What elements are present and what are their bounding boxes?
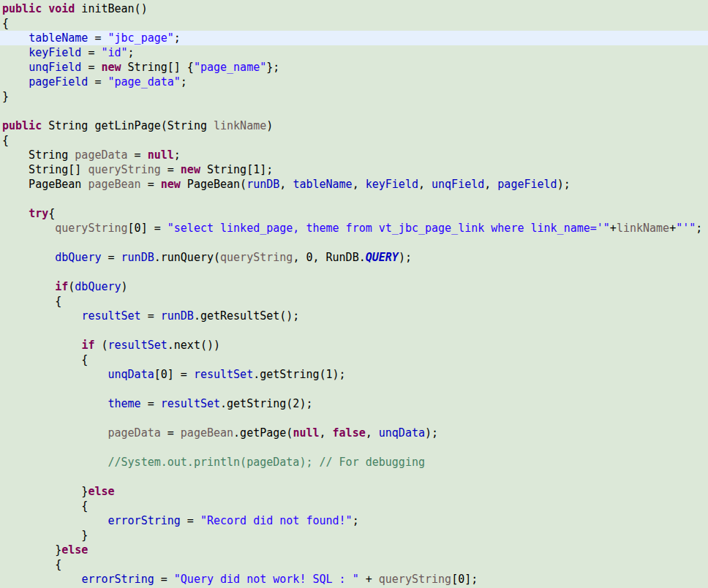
code-token-pl: String[1]; <box>200 163 273 176</box>
code-token-pl: [0]; <box>451 573 478 586</box>
code-token-field: errorString <box>81 573 154 586</box>
code-token-pl: .runQuery( <box>154 251 220 264</box>
code-token-pl: = <box>161 426 181 440</box>
code-line[interactable] <box>0 382 708 396</box>
code-token-pl: { <box>2 558 61 571</box>
code-token-pl: = <box>161 163 181 176</box>
code-token-pl: , <box>279 178 293 191</box>
code-line[interactable]: theme = resultSet.getString(2); <box>0 396 708 411</box>
code-line[interactable] <box>0 192 708 206</box>
code-token-pl: .getPage( <box>233 426 293 440</box>
code-line[interactable] <box>0 104 708 118</box>
code-line[interactable] <box>0 235 708 250</box>
code-token-str: "Query did not work! SQL : " <box>174 573 359 586</box>
code-token-field: runDB <box>161 309 194 323</box>
code-token-str: "select linked_page, theme from vt_jbc_p… <box>167 222 610 235</box>
code-line[interactable]: if(dbQuery) <box>0 279 708 294</box>
code-token-pl: ; <box>174 31 181 45</box>
code-token-kw: false <box>333 426 366 440</box>
code-token-pl <box>2 222 55 235</box>
code-token-pl: = <box>101 251 121 264</box>
code-token-field: unqField <box>432 178 484 191</box>
code-line[interactable] <box>0 440 708 455</box>
code-line[interactable]: unqData[0] = resultSet.getString(1); <box>0 367 708 382</box>
code-token-field: theme <box>108 397 141 410</box>
code-token-kw: else <box>61 543 88 557</box>
code-token-pl <box>2 573 81 586</box>
code-editor[interactable]: public void initBean(){ tableName = "jbc… <box>0 0 708 588</box>
code-line[interactable] <box>0 411 708 426</box>
code-token-kw: new <box>161 178 181 191</box>
code-line[interactable]: }else <box>0 543 708 557</box>
code-token-pl: = <box>181 514 200 527</box>
code-line[interactable]: errorString = "Query did not work! SQL :… <box>0 572 708 587</box>
code-token-pl: = <box>154 573 174 586</box>
code-line[interactable]: }else <box>0 484 708 499</box>
code-token-kw: if <box>81 339 94 352</box>
code-token-pl: ); <box>557 178 570 191</box>
code-line[interactable]: if (resultSet.next()) <box>0 338 708 353</box>
code-line[interactable]: } <box>0 89 708 104</box>
code-token-pl: String[] <box>2 163 88 176</box>
code-token-str: "page_name" <box>194 61 266 74</box>
code-token-local: queryString <box>379 573 451 586</box>
code-token-pl <box>2 61 29 74</box>
code-token-pl: ); <box>399 251 412 264</box>
code-token-pl <box>2 46 29 59</box>
code-line[interactable]: keyField = "id"; <box>0 45 708 60</box>
code-token-pl: = <box>128 148 148 162</box>
code-token-pl <box>2 309 81 323</box>
code-line[interactable]: public void initBean() <box>0 1 708 16</box>
code-line[interactable]: public String getLinPage(String linkName… <box>0 118 708 133</box>
code-token-pl: = <box>141 309 161 323</box>
code-token-field: keyField <box>366 178 418 191</box>
code-token-pl <box>2 368 108 381</box>
code-token-pl: .next()) <box>167 339 220 352</box>
code-line[interactable] <box>0 265 708 279</box>
code-token-pl: { <box>2 17 9 30</box>
code-token-pl <box>2 75 29 88</box>
code-token-field: keyField <box>29 46 81 59</box>
code-token-field: tableName <box>29 31 88 45</box>
code-line[interactable]: { <box>0 294 708 309</box>
code-line[interactable]: pageField = "page_data"; <box>0 75 708 89</box>
code-token-pl: = <box>88 31 108 45</box>
code-token-pl: ; <box>128 46 135 59</box>
code-line[interactable]: { <box>0 133 708 148</box>
code-line-current[interactable]: tableName = "jbc_page"; <box>0 31 708 45</box>
code-token-field: pageField <box>497 178 557 191</box>
code-token-pl: { <box>2 500 88 513</box>
code-token-pl: , <box>320 426 333 440</box>
code-line[interactable]: } <box>0 528 708 543</box>
code-line[interactable]: //System.out.println(pageData); // For d… <box>0 455 708 470</box>
code-line[interactable]: String pageData = null; <box>0 148 708 162</box>
code-line[interactable] <box>0 470 708 484</box>
code-token-pl: .getResultSet(); <box>194 309 300 323</box>
code-token-pl: ) <box>121 280 128 293</box>
code-line[interactable]: resultSet = runDB.getResultSet(); <box>0 309 708 323</box>
code-token-kw: null <box>293 426 319 440</box>
code-line[interactable]: { <box>0 353 708 367</box>
code-line[interactable]: dbQuery = runDB.runQuery(queryString, 0,… <box>0 250 708 265</box>
code-token-pl: } <box>2 529 88 542</box>
code-token-field: resultSet <box>194 368 253 381</box>
code-line[interactable]: unqField = new String[] {"page_name"}; <box>0 60 708 75</box>
code-token-pl <box>2 207 29 220</box>
code-token-pl: ) <box>266 119 273 132</box>
code-line[interactable]: pageData = pageBean.getPage(null, false,… <box>0 426 708 440</box>
code-token-pl: .getString(1); <box>253 368 345 381</box>
code-token-kw: else <box>88 485 114 498</box>
code-line[interactable]: errorString = "Record did not found!"; <box>0 513 708 528</box>
code-line[interactable]: { <box>0 499 708 513</box>
code-line[interactable]: try{ <box>0 206 708 221</box>
code-line[interactable]: queryString[0] = "select linked_page, th… <box>0 221 708 235</box>
code-token-pl <box>2 426 108 440</box>
code-line[interactable]: { <box>0 557 708 572</box>
code-token-pl: , <box>484 178 497 191</box>
code-line[interactable] <box>0 323 708 338</box>
code-line[interactable]: PageBean pageBean = new PageBean(runDB, … <box>0 177 708 192</box>
code-line[interactable]: { <box>0 16 708 31</box>
code-token-pl: [0] = <box>128 222 167 235</box>
code-line[interactable]: String[] queryString = new String[1]; <box>0 162 708 177</box>
code-token-pl <box>2 251 55 264</box>
